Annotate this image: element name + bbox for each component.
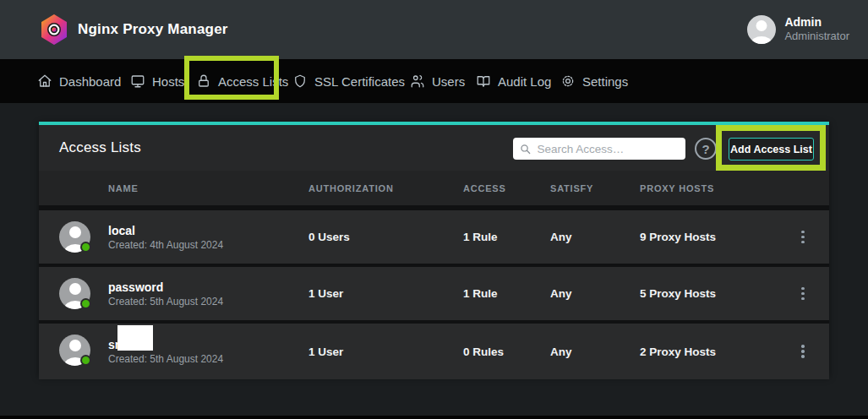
proxy-hosts-value: 2 Proxy Hosts [640,324,716,379]
users-icon [410,73,425,89]
user-menu[interactable]: Admin Administrator [747,15,849,44]
column-header-authorization: AUTHORIZATION [308,171,394,205]
row-menu-kebab-icon[interactable] [795,210,811,264]
app-header: Nginx Proxy Manager Admin Administrator [0,0,868,59]
help-button[interactable]: ? [695,138,717,160]
table-row[interactable]: sn Created: 5th August 2024 1 User 0 Rul… [39,324,829,379]
access-value: 1 Rule [463,267,498,320]
page-title: Access Lists [59,125,141,171]
nav-label: Access Lists [218,74,288,89]
access-value: 0 Rules [463,324,504,379]
main-nav: Dashboard Hosts Access Lists SSL Certifi… [0,59,868,103]
add-access-list-button[interactable]: Add Access List [729,138,814,161]
search-box [513,138,685,160]
lock-icon [196,73,211,89]
nav-label: Hosts [152,74,184,89]
monitor-icon [130,73,145,89]
created-date: Created: 4th August 2024 [108,239,223,251]
access-list-name: password [108,280,223,294]
book-icon [476,73,491,89]
authorization-value: 1 User [308,267,343,320]
authorization-value: 1 User [308,324,343,379]
gear-icon [560,73,576,89]
table-row[interactable]: password Created: 5th August 2024 1 User… [39,267,829,320]
nav-label: Settings [582,74,628,89]
column-header-access: ACCESS [463,171,506,205]
column-header-name: NAME [108,171,139,205]
nav-label: Audit Log [498,74,551,89]
app-logo-icon [41,14,68,45]
table-row[interactable]: local Created: 4th August 2024 0 Users 1… [39,210,829,264]
panel-header: Access Lists ? Add Access List [39,125,829,171]
online-status-dot [80,298,91,309]
satisfy-value: Any [550,210,572,264]
column-header-proxy-hosts: PROXY HOSTS [640,171,714,205]
name-cell: password Created: 5th August 2024 [108,267,223,320]
user-role: Administrator [784,30,849,43]
access-lists-panel: Access Lists ? Add Access List NAME AUTH… [39,122,829,376]
shield-icon [292,73,308,89]
question-mark-icon: ? [701,142,709,156]
nav-label: Users [432,74,465,89]
access-list-name: local [108,224,223,237]
access-value: 1 Rule [463,210,498,264]
satisfy-value: Any [550,267,572,320]
row-menu-kebab-icon[interactable] [795,267,811,320]
user-name: Admin [784,15,849,30]
nav-item-access-lists[interactable]: Access Lists [196,59,288,103]
search-input[interactable] [537,143,679,155]
nav-label: Dashboard [59,74,121,89]
online-status-dot [80,242,91,253]
nav-label: SSL Certificates [314,74,405,89]
home-icon [37,73,52,89]
column-header-satisfy: SATISFY [550,171,593,205]
nav-item-hosts[interactable]: Hosts [130,59,184,103]
name-cell: local Created: 4th August 2024 [108,210,223,264]
created-date: Created: 5th August 2024 [108,353,223,365]
table-header: NAME AUTHORIZATION ACCESS SATISFY PROXY … [39,171,829,205]
row-menu-kebab-icon[interactable] [795,324,811,379]
user-avatar [747,15,776,44]
satisfy-value: Any [550,324,572,379]
redaction-overlay [117,325,153,351]
online-status-dot [80,355,91,366]
authorization-value: 0 Users [308,210,350,264]
search-icon [520,143,531,155]
nav-item-users[interactable]: Users [410,59,465,103]
nav-item-dashboard[interactable]: Dashboard [37,59,121,103]
nav-item-audit-log[interactable]: Audit Log [476,59,551,103]
nav-item-settings[interactable]: Settings [560,59,628,103]
bottom-edge-strip [0,416,868,419]
proxy-hosts-value: 9 Proxy Hosts [640,210,716,264]
proxy-hosts-value: 5 Proxy Hosts [640,267,716,320]
nav-item-ssl-certificates[interactable]: SSL Certificates [292,59,405,103]
app-title: Nginx Proxy Manager [78,0,228,59]
created-date: Created: 5th August 2024 [108,296,223,307]
table-body: local Created: 4th August 2024 0 Users 1… [39,205,829,379]
